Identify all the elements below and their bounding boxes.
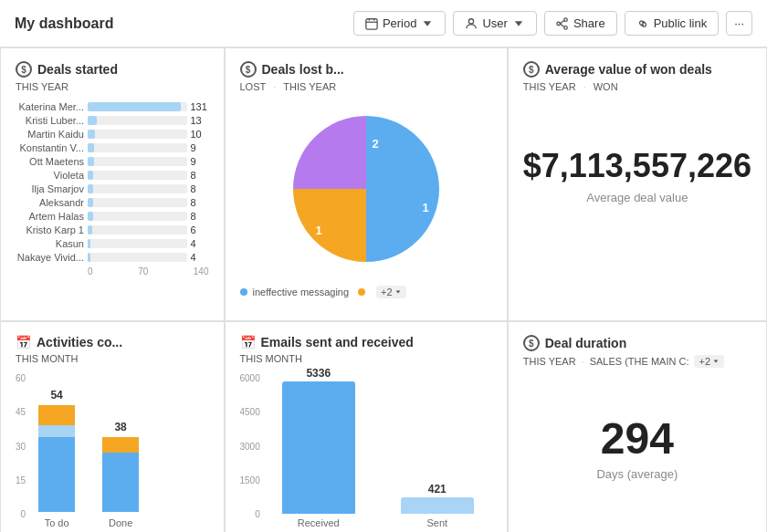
calendar-icon <box>365 17 378 30</box>
bar-label: Aleksandr <box>16 197 84 208</box>
bar-label: Katerina Mer... <box>16 101 84 112</box>
bar-fill <box>88 239 90 248</box>
bar-value: 4 <box>191 238 209 249</box>
bar-track <box>88 157 187 166</box>
bar-value: 131 <box>191 101 209 112</box>
dollar-icon: $ <box>16 61 32 78</box>
blue-dot <box>240 288 247 296</box>
bar-item: Ilja Smarjov 8 <box>16 183 209 194</box>
bar-label: Kristi Luber... <box>16 115 84 126</box>
bar-item: Kasun 4 <box>16 238 209 249</box>
user-label: User <box>482 16 507 30</box>
bar-label: Violeta <box>16 170 84 181</box>
average-value-subtitle: THIS YEAR · WON <box>523 81 751 92</box>
bar-item: Kristo Karp 1 6 <box>16 224 209 235</box>
bar-item: Martin Kaidu 10 <box>16 129 209 140</box>
pie-legend: ineffective messaging +2 <box>240 286 492 298</box>
share-button[interactable]: Share <box>544 11 617 36</box>
chevron-down-icon3 <box>394 288 402 296</box>
more-icon: ··· <box>734 16 744 30</box>
bar-item: Aleksandr 8 <box>16 197 209 208</box>
svg-text:2: 2 <box>372 137 378 151</box>
bar-fill <box>88 157 94 166</box>
bar-value: 9 <box>191 142 209 153</box>
deals-lost-widget: $ Deals lost b... LOST · THIS YEAR 2 1 1 <box>225 47 508 321</box>
chevron-down-icon <box>421 17 434 30</box>
svg-rect-0 <box>366 18 377 28</box>
svg-marker-15 <box>395 290 400 293</box>
bar-label: Konstantin V... <box>16 142 84 153</box>
average-value-label: Average deal value <box>523 191 751 204</box>
svg-text:1: 1 <box>422 201 428 214</box>
public-link-button[interactable]: Public link <box>625 11 720 36</box>
deal-duration-title: $ Deal duration <box>523 335 751 351</box>
bar-fill <box>88 102 181 111</box>
bar-track <box>88 253 187 262</box>
bar-label: Martin Kaidu <box>16 129 84 140</box>
svg-point-5 <box>469 18 474 23</box>
bar-label: Ilja Smarjov <box>16 183 84 194</box>
pie-svg: 2 1 1 <box>284 107 448 271</box>
deal-duration-number: 294 <box>523 413 751 464</box>
period-button[interactable]: Period <box>353 11 447 36</box>
emails-y-axis: 60004500300015000 <box>240 373 264 519</box>
bar-track <box>88 212 187 221</box>
legend-item-orange <box>358 288 367 296</box>
bar-track <box>88 239 187 248</box>
dollar-icon3: $ <box>523 61 540 78</box>
bar-item: Violeta 8 <box>16 170 209 181</box>
more-button[interactable]: ··· <box>726 11 752 36</box>
emails-chart: 60004500300015000 5336Received421Sent <box>240 373 492 528</box>
chevron-down-icon2 <box>512 17 525 30</box>
bar-item: Ott Maetens 9 <box>16 156 209 167</box>
bar-value: 13 <box>191 115 209 126</box>
bar-track <box>88 116 187 125</box>
calendar-icon2: 📅 <box>16 335 31 349</box>
email-bar-group: 421Sent <box>401 483 474 528</box>
svg-point-9 <box>557 22 561 26</box>
email-bar-group: 5336Received <box>282 367 355 528</box>
dollar-icon2: $ <box>240 61 257 78</box>
bar-fill <box>88 253 90 262</box>
bar-fill <box>88 184 93 193</box>
bar-value: 8 <box>191 197 209 208</box>
header: My dashboard Period User Share Public li… <box>0 0 767 47</box>
bar-label: Artem Halas <box>16 211 84 222</box>
bar-value: 8 <box>191 170 209 181</box>
public-link-label: Public link <box>654 16 708 30</box>
bar-item: Kristi Luber... 13 <box>16 115 209 126</box>
bar-label: Kasun <box>16 238 84 249</box>
dashboard: $ Deals started THIS YEAR Katerina Mer..… <box>0 47 767 532</box>
bar-item: Artem Halas 8 <box>16 211 209 222</box>
emails-bars: 5336Received421Sent <box>264 382 492 528</box>
pie-chart: 2 1 1 <box>240 107 492 271</box>
average-value-title: $ Average value of won deals <box>523 61 751 78</box>
activities-subtitle: THIS MONTH <box>16 353 209 364</box>
bar-track <box>88 143 187 152</box>
bar-value: 9 <box>191 156 209 167</box>
user-button[interactable]: User <box>453 11 536 36</box>
bar-fill <box>88 198 93 207</box>
average-value-widget: $ Average value of won deals THIS YEAR ·… <box>508 47 767 321</box>
email-icon: 📅 <box>240 335 256 349</box>
bar-track <box>88 130 187 139</box>
share-icon <box>556 17 569 30</box>
emails-title: 📅 Emails sent and received <box>240 335 492 349</box>
average-value-number: $7,113,557,226 <box>523 147 751 185</box>
bar-axis: 070140 <box>16 266 209 276</box>
duration-more-badge[interactable]: +2 <box>694 355 724 368</box>
bar-track <box>88 171 187 180</box>
svg-marker-17 <box>714 360 719 362</box>
bar-label: Ott Maetens <box>16 156 84 167</box>
pie-more-badge[interactable]: +2 <box>376 286 406 298</box>
deals-started-widget: $ Deals started THIS YEAR Katerina Mer..… <box>0 47 225 321</box>
deals-started-bar-list: Katerina Mer... 131 Kristi Luber... 13 M… <box>16 101 209 263</box>
svg-marker-6 <box>515 21 522 26</box>
bar-track <box>88 225 187 235</box>
bar-value: 6 <box>191 224 209 235</box>
deals-lost-subtitle: LOST · THIS YEAR <box>240 81 492 92</box>
bar-value: 8 <box>191 183 209 194</box>
bar-item: Nakaye Vivid... 4 <box>16 252 209 263</box>
svg-marker-4 <box>424 21 431 26</box>
y-axis: 604530150 <box>16 373 29 519</box>
